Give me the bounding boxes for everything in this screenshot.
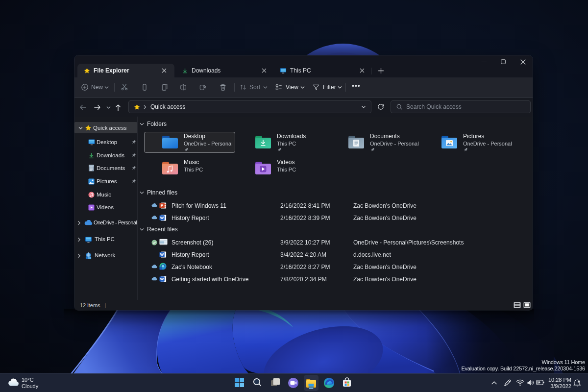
svg-text:W: W — [160, 252, 164, 257]
svg-text:W: W — [160, 277, 164, 281]
svg-text:W: W — [160, 216, 164, 220]
svg-text:P: P — [161, 203, 164, 208]
